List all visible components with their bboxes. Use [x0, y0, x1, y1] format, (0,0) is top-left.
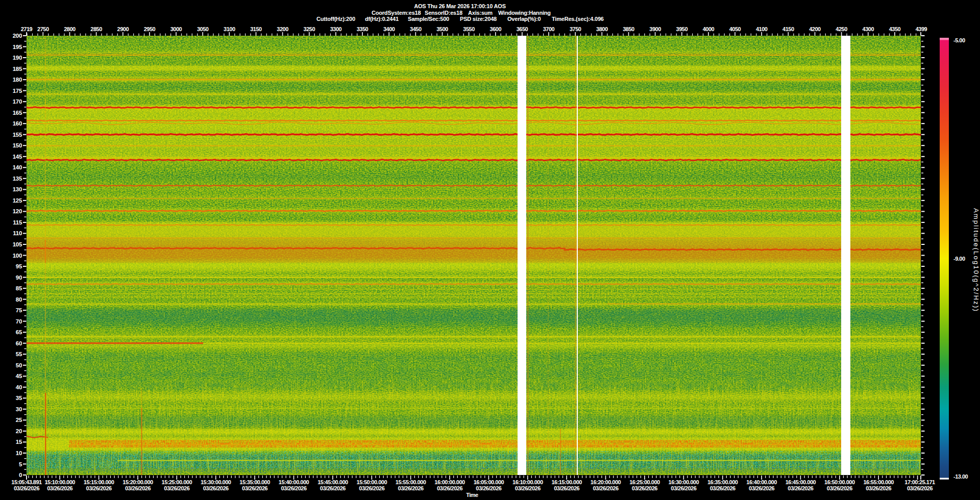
svg-text:30: 30 [16, 406, 22, 412]
svg-text:140: 140 [13, 164, 22, 170]
svg-text:180: 180 [13, 77, 22, 83]
svg-text:Overlap(%):0: Overlap(%):0 [507, 16, 541, 22]
svg-text:03/26/2026: 03/26/2026 [671, 485, 696, 491]
svg-text:20: 20 [16, 428, 22, 434]
svg-text:TimeRes.(sec):4.096: TimeRes.(sec):4.096 [552, 16, 604, 22]
svg-text:3500: 3500 [436, 26, 448, 32]
svg-text:03/26/2026: 03/26/2026 [359, 485, 384, 491]
svg-text:03/26/2026: 03/26/2026 [749, 485, 774, 491]
svg-text:03/26/2026: 03/26/2026 [164, 485, 189, 491]
svg-text:115: 115 [13, 219, 22, 226]
svg-text:15:20:00.000: 15:20:00.000 [122, 479, 153, 485]
svg-text:15:55:00.000: 15:55:00.000 [396, 479, 426, 485]
svg-text:03/26/2026: 03/26/2026 [203, 485, 229, 491]
svg-text:10: 10 [16, 450, 22, 456]
svg-text:03/26/2026: 03/26/2026 [14, 485, 39, 491]
svg-text:Windowing:Hanning: Windowing:Hanning [498, 10, 551, 16]
svg-text:60: 60 [16, 340, 22, 346]
svg-text:4050: 4050 [729, 26, 741, 32]
svg-text:4000: 4000 [703, 26, 715, 32]
svg-text:03/26/2026: 03/26/2026 [47, 485, 72, 491]
svg-text:3650: 3650 [517, 26, 528, 32]
svg-text:70: 70 [16, 318, 22, 324]
svg-text:15:30:00.000: 15:30:00.000 [201, 479, 231, 485]
svg-text:03/26/2026: 03/26/2026 [593, 485, 618, 491]
svg-text:3850: 3850 [623, 26, 634, 32]
svg-text:03/26/2026: 03/26/2026 [242, 485, 267, 491]
svg-text:Axis:sum: Axis:sum [468, 10, 493, 16]
svg-text:15:35:00.000: 15:35:00.000 [239, 479, 270, 485]
svg-text:2850: 2850 [90, 26, 102, 32]
svg-text:200: 200 [13, 33, 22, 39]
svg-text:3150: 3150 [250, 26, 262, 32]
svg-text:3400: 3400 [383, 26, 395, 32]
svg-text:-5.00: -5.00 [953, 37, 965, 43]
svg-text:03/26/2026: 03/26/2026 [710, 485, 736, 491]
svg-text:3300: 3300 [330, 26, 342, 32]
svg-text:16:30:00.000: 16:30:00.000 [669, 479, 699, 485]
svg-text:15:05:43.891: 15:05:43.891 [11, 479, 42, 485]
svg-text:16:25:00.000: 16:25:00.000 [629, 479, 660, 485]
svg-text:165: 165 [13, 110, 22, 116]
svg-text:130: 130 [13, 186, 22, 192]
svg-text:170: 170 [13, 98, 22, 105]
svg-text:03/26/2026: 03/26/2026 [398, 485, 424, 491]
svg-text:3600: 3600 [490, 26, 502, 32]
svg-text:15:40:00.000: 15:40:00.000 [279, 479, 309, 485]
svg-text:110: 110 [13, 230, 22, 236]
svg-text:15:25:00.000: 15:25:00.000 [162, 479, 192, 485]
svg-text:15:15:00.000: 15:15:00.000 [84, 479, 114, 485]
svg-text:03/26/2026: 03/26/2026 [476, 485, 501, 491]
svg-text:03/26/2026: 03/26/2026 [632, 485, 657, 491]
svg-text:AOS Thu 26 Mar 2026 17:00:10: AOS Thu 26 Mar 2026 17:00:10 AOS [414, 3, 506, 9]
svg-text:3000: 3000 [170, 26, 182, 32]
svg-text:03/26/2026: 03/26/2026 [437, 485, 462, 491]
svg-text:125: 125 [13, 197, 22, 204]
svg-text:Sample/Sec:500: Sample/Sec:500 [408, 16, 449, 22]
svg-text:16:10:00.000: 16:10:00.000 [512, 479, 543, 485]
svg-text:03/26/2026: 03/26/2026 [86, 485, 112, 491]
svg-text:16:40:00.000: 16:40:00.000 [746, 479, 777, 485]
svg-text:4150: 4150 [782, 26, 794, 32]
svg-text:16:20:00.000: 16:20:00.000 [591, 479, 621, 485]
svg-text:4100: 4100 [756, 26, 768, 32]
svg-text:3750: 3750 [570, 26, 581, 32]
svg-text:CoordSystem:es18: CoordSystem:es18 [372, 10, 421, 16]
svg-text:03/26/2026: 03/26/2026 [125, 485, 151, 491]
svg-text:3550: 3550 [463, 26, 475, 32]
svg-text:-9.00: -9.00 [953, 256, 965, 262]
svg-text:16:35:00.000: 16:35:00.000 [707, 479, 738, 485]
svg-text:2950: 2950 [144, 26, 156, 32]
svg-text:2719: 2719 [21, 26, 33, 32]
svg-text:16:00:00.000: 16:00:00.000 [434, 479, 465, 485]
svg-text:15:45:00.000: 15:45:00.000 [317, 479, 348, 485]
svg-text:df(Hz):0.2441: df(Hz):0.2441 [365, 16, 399, 22]
svg-text:03/26/2026: 03/26/2026 [827, 485, 852, 491]
svg-text:2900: 2900 [117, 26, 129, 32]
svg-text:2800: 2800 [64, 26, 76, 32]
svg-text:190: 190 [13, 55, 22, 61]
svg-text:3450: 3450 [410, 26, 422, 32]
svg-text:175: 175 [13, 88, 22, 94]
svg-text:17:00:25.171: 17:00:25.171 [904, 479, 935, 485]
svg-text:4399: 4399 [916, 26, 927, 32]
svg-text:03/26/2026: 03/26/2026 [281, 485, 306, 491]
svg-text:3050: 3050 [197, 26, 209, 32]
svg-text:5: 5 [19, 461, 22, 467]
svg-text:16:55:00.000: 16:55:00.000 [863, 479, 894, 485]
svg-text:3100: 3100 [224, 26, 235, 32]
svg-text:4200: 4200 [809, 26, 821, 32]
svg-text:155: 155 [13, 132, 22, 138]
svg-text:03/26/2026: 03/26/2026 [788, 485, 813, 491]
svg-text:2750: 2750 [37, 26, 49, 32]
svg-text:15:50:00.000: 15:50:00.000 [357, 479, 387, 485]
svg-text:4350: 4350 [889, 26, 901, 32]
svg-text:03/26/2026: 03/26/2026 [554, 485, 579, 491]
svg-text:55: 55 [16, 351, 22, 357]
svg-text:135: 135 [13, 176, 22, 182]
svg-text:75: 75 [16, 307, 22, 313]
svg-text:25: 25 [16, 417, 22, 423]
svg-text:3700: 3700 [543, 26, 555, 32]
svg-text:120: 120 [13, 208, 22, 214]
svg-text:03/26/2026: 03/26/2026 [515, 485, 541, 491]
